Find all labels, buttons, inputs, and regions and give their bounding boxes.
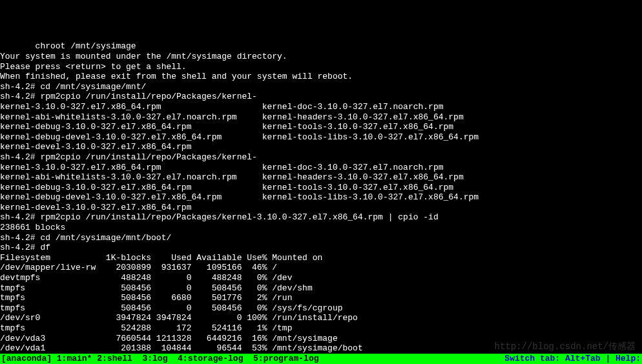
- terminal-line: sh-4.2# cd /mnt/sysimage/mnt/: [0, 82, 642, 92]
- terminal-line: tmpfs 508456 0 508456 0% /dev/shm: [0, 283, 642, 294]
- statusbar-left: [anaconda] 1:main* 2:shell 3:log 4:stora…: [1, 354, 318, 364]
- terminal-line: kernel-devel-3.10.0-327.el7.x86_64.rpm: [0, 142, 642, 152]
- terminal-line: sh-4.2# rpm2cpio /run/install/repo/Packa…: [0, 152, 642, 163]
- terminal-line: sh-4.2# rpm2cpio /run/install/repo/Packa…: [0, 92, 642, 102]
- terminal-line: kernel-devel-3.10.0-327.el7.x86_64.rpm: [0, 203, 642, 213]
- terminal-line: /dev/mapper/live-rw 2030899 931637 10951…: [0, 263, 642, 273]
- terminal-line: sh-4.2# cd /mnt/sysimage/mnt/boot/: [0, 233, 642, 243]
- terminal-line: tmpfs 508456 6680 501776 2% /run: [0, 293, 642, 303]
- terminal-output[interactable]: chroot /mnt/sysimageYour system is mount…: [0, 40, 642, 364]
- terminal-line: When finished, please exit from the shel…: [0, 72, 642, 82]
- terminal-line: sh-4.2# rpm2cpio /run/install/repo/Packa…: [0, 212, 642, 223]
- terminal-line: tmpfs 508456 0 508456 0% /sys/fs/cgroup: [0, 303, 642, 314]
- terminal-line: tmpfs 524288 172 524116 1% /tmp: [0, 323, 642, 334]
- terminal-line: kernel-abi-whitelists-3.10.0-327.el7.noa…: [0, 172, 642, 183]
- terminal-line: kernel-debug-devel-3.10.0-327.el7.x86_64…: [0, 132, 642, 143]
- terminal-line: kernel-3.10.0-327.el7.x86_64.rpm kernel-…: [0, 163, 642, 173]
- terminal-line: /dev/sr0 3947824 3947824 0 100% /run/ins…: [0, 313, 642, 323]
- terminal-line: chroot /mnt/sysimage: [0, 41, 642, 52]
- terminal-line: kernel-debug-3.10.0-327.el7.x86_64.rpm k…: [0, 122, 642, 132]
- status-bar: [anaconda] 1:main* 2:shell 3:log 4:stora…: [0, 354, 642, 364]
- watermark-text: http://blog.csdn.net/传感器: [495, 341, 636, 352]
- terminal-line: Filesystem 1K-blocks Used Available Use%…: [0, 253, 642, 263]
- terminal-line: kernel-debug-3.10.0-327.el7.x86_64.rpm k…: [0, 183, 642, 193]
- terminal-line: devtmpfs 488248 0 488248 0% /dev: [0, 273, 642, 283]
- terminal-line: sh-4.2# df: [0, 243, 642, 253]
- terminal-line: Please press <return> to get a shell.: [0, 62, 642, 72]
- terminal-line: kernel-3.10.0-327.el7.x86_64.rpm kernel-…: [0, 102, 642, 112]
- terminal-line: Your system is mounted under the /mnt/sy…: [0, 52, 642, 62]
- terminal-line: kernel-debug-devel-3.10.0-327.el7.x86_64…: [0, 192, 642, 203]
- terminal-line: kernel-abi-whitelists-3.10.0-327.el7.noa…: [0, 112, 642, 123]
- statusbar-right: Switch tab: Alt+Tab | Help:: [504, 354, 641, 364]
- terminal-line: 238661 blocks: [0, 223, 642, 233]
